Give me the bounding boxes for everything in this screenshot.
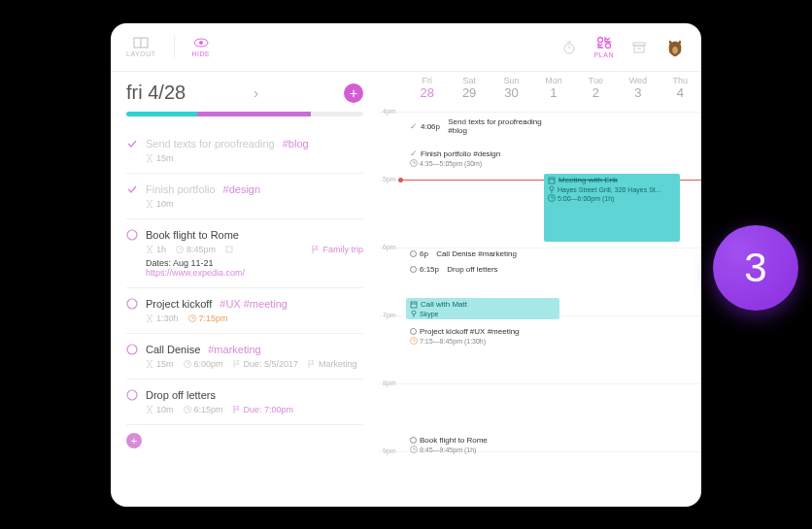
hourglass-icon — [146, 406, 153, 413]
check-icon[interactable] — [126, 138, 138, 149]
task-row[interactable]: Drop off letters 10m 6:15pm Due: 7:00pm — [126, 380, 363, 425]
duration-meta: 15m — [146, 153, 174, 163]
svg-point-7 — [597, 38, 602, 43]
day-col[interactable]: Sun30 — [491, 72, 532, 104]
layout-icon — [133, 37, 149, 49]
timeline[interactable]: 4pm 5pm 6pm 7pm 8pm 9pm ✓4:06p Send text… — [379, 104, 701, 507]
timeline-event[interactable]: Project kickoff #UX #meeting 7:15—8:45pm… — [406, 325, 559, 347]
circle-icon — [410, 437, 417, 444]
timeline-event[interactable]: Book flight to Rome 8:45—9:45pm (1h) — [406, 434, 559, 455]
flag-meta: Family trip — [312, 245, 363, 254]
clock-icon — [176, 246, 184, 253]
hour-row: 8pm — [379, 383, 701, 384]
progress-bar — [126, 112, 363, 116]
day-col[interactable]: Mon1 — [532, 72, 574, 104]
task-tag: #design — [223, 183, 261, 195]
svg-point-12 — [672, 47, 678, 53]
archive-button[interactable] — [631, 41, 647, 54]
circle-icon — [410, 250, 417, 257]
task-title: Finish portfolio — [146, 183, 216, 195]
date-row: fri 4/28 › + — [126, 82, 363, 104]
task-title: Send texts for proofreading — [146, 138, 275, 149]
circle-icon — [410, 328, 417, 335]
day-col[interactable]: Thu4 — [660, 72, 701, 104]
flag-meta: Marketing — [308, 359, 357, 369]
day-col[interactable]: Sat29 — [448, 72, 490, 104]
progress-segment-1 — [126, 112, 197, 116]
task-title: Project kickoff — [146, 298, 212, 310]
svg-rect-23 — [549, 178, 555, 183]
progress-segment-2 — [197, 112, 311, 116]
task-tag: #marketing — [208, 344, 260, 355]
clock-icon — [410, 159, 418, 167]
svg-rect-27 — [411, 302, 417, 308]
day-col[interactable]: Wed3 — [617, 72, 659, 104]
due-meta: Due: 5/5/2017 — [233, 359, 299, 369]
flag-icon — [233, 406, 241, 413]
avatar-bear-icon[interactable] — [664, 37, 686, 58]
hourglass-icon — [146, 246, 153, 253]
check-icon: ✓ — [410, 121, 418, 131]
time-meta: 6:00pm — [184, 359, 223, 369]
timeline-event[interactable]: Call with Matt Skype — [406, 298, 559, 319]
app-frame: LAYOUT HIDE PLAN fri 4/28 — [111, 23, 701, 507]
task-row[interactable]: Call Denise #marketing 15m 6:00pm Due: 5… — [126, 334, 363, 380]
add-task-button[interactable]: + — [344, 83, 363, 103]
task-notes: Dates: Aug 11-21 https://www.expedia.com… — [126, 258, 363, 278]
task-row[interactable]: Book flight to Rome 1h 8:45pm Family tri… — [126, 219, 363, 288]
timer-button[interactable] — [561, 40, 577, 55]
hourglass-icon — [146, 200, 153, 208]
day-col[interactable]: Fri28 — [406, 72, 448, 104]
check-icon[interactable] — [126, 183, 138, 195]
note-icon — [225, 246, 233, 253]
pin-icon — [548, 185, 556, 193]
topbar-left: LAYOUT HIDE — [126, 36, 210, 59]
time-meta: 7:15pm — [188, 314, 228, 323]
task-row[interactable]: Send texts for proofreading #blog 15m — [126, 128, 363, 174]
timeline-event[interactable]: 6:15p Drop off letters — [406, 263, 559, 276]
next-day-button[interactable]: › — [254, 85, 258, 101]
separator — [174, 36, 175, 59]
day-col[interactable]: Tue2 — [575, 72, 617, 104]
flag-icon — [312, 246, 320, 253]
main: fri 4/28 › + Send texts for proofreading… — [111, 72, 701, 507]
layout-button[interactable]: LAYOUT — [126, 37, 156, 57]
timeline-event[interactable]: ✓Finish portfolio #design 4:35—5:05pm (3… — [406, 147, 559, 169]
topbar: LAYOUT HIDE PLAN — [111, 23, 701, 72]
eye-icon — [193, 37, 209, 49]
calendar-panel: Fri28 Sat29 Sun30 Mon1 Tue2 Wed3 Thu4 4p… — [379, 72, 701, 507]
svg-point-13 — [127, 230, 137, 240]
task-row[interactable]: Finish portfolio #design 10m — [126, 174, 363, 219]
svg-point-25 — [550, 186, 554, 190]
circle-icon[interactable] — [126, 298, 138, 310]
circle-icon[interactable] — [126, 344, 138, 355]
timeline-event[interactable]: 6p Call Denise #marketing — [406, 248, 559, 260]
svg-point-20 — [127, 390, 137, 400]
add-task-small-button[interactable]: + — [126, 433, 142, 448]
circle-icon[interactable] — [126, 389, 138, 401]
plan-icon — [596, 36, 612, 50]
hide-button[interactable]: HIDE — [192, 37, 211, 57]
task-tag: #UX #meeting — [220, 298, 288, 310]
duration-meta: 1h — [146, 245, 166, 254]
plan-button[interactable]: PLAN — [594, 36, 614, 58]
clock-icon — [548, 194, 556, 202]
svg-rect-15 — [226, 247, 232, 252]
plan-label: PLAN — [594, 51, 614, 58]
time-meta: 6:15pm — [184, 405, 223, 414]
hourglass-icon — [146, 154, 153, 162]
check-icon: ✓ — [410, 149, 418, 158]
topbar-right: PLAN — [561, 36, 686, 58]
task-panel: fri 4/28 › + Send texts for proofreading… — [111, 72, 379, 507]
svg-point-18 — [127, 345, 137, 354]
task-title: Drop off letters — [146, 389, 216, 401]
hourglass-icon — [146, 360, 153, 368]
hourglass-icon — [146, 314, 153, 322]
task-title: Call Denise — [146, 344, 200, 355]
task-row[interactable]: Project kickoff #UX #meeting 1:30h 7:15p… — [126, 288, 363, 334]
hour-row: 4pm — [379, 112, 701, 113]
timeline-event[interactable]: Meeting with Erik Hayes Street Grill, 32… — [544, 174, 680, 242]
timeline-event[interactable]: ✓4:06p Send texts for proofreading #blog — [406, 116, 559, 137]
circle-icon[interactable] — [126, 229, 138, 241]
week-header: Fri28 Sat29 Sun30 Mon1 Tue2 Wed3 Thu4 — [379, 72, 701, 104]
